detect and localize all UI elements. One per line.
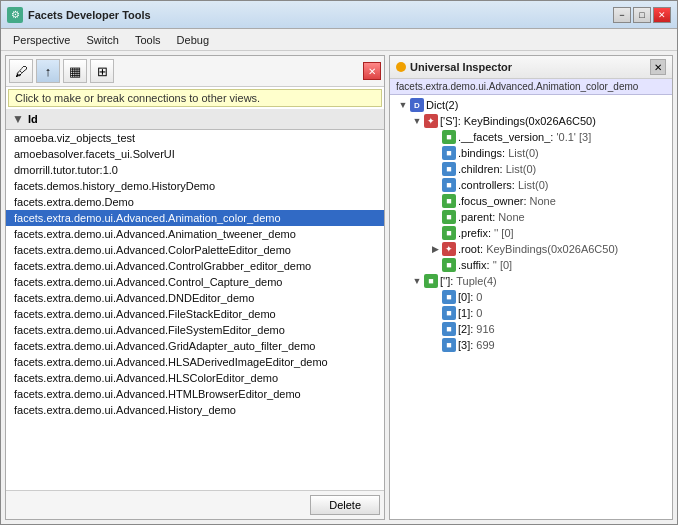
leaf-icon: ■: [442, 226, 456, 240]
tree-node-tuple[interactable]: ▼ ■ ['']: Tuple(4): [392, 273, 670, 289]
list-item[interactable]: amoeba.viz_objects_test: [6, 130, 384, 146]
dict-icon: D: [410, 98, 424, 112]
list-header-label: Id: [28, 113, 38, 125]
leaf-icon: ■: [442, 210, 456, 224]
path-bar: facets.extra.demo.ui.Advanced.Animation_…: [390, 79, 672, 95]
delete-button[interactable]: Delete: [310, 495, 380, 515]
list-item-selected[interactable]: facets.extra.demo.ui.Advanced.Animation_…: [6, 210, 384, 226]
tree-leaf[interactable]: ■ .parent: None: [392, 209, 670, 225]
tooltip-bar: Click to make or break connections to ot…: [8, 89, 382, 107]
right-panel-close[interactable]: ✕: [650, 59, 666, 75]
right-panel-title: Universal Inspector: [410, 61, 512, 73]
left-panel-bottom: Delete: [6, 490, 384, 519]
tree-leaf[interactable]: ■ .bindings: List(0): [392, 145, 670, 161]
list-item[interactable]: facets.extra.demo.ui.Advanced.HLSADerive…: [6, 354, 384, 370]
tree-container[interactable]: ▼ D Dict(2) ▼ ✦ ['S']: KeyBindings(0x026…: [390, 95, 672, 519]
list-item[interactable]: facets.extra.demo.ui.Advanced.FileSystem…: [6, 322, 384, 338]
right-panel-header: Universal Inspector ✕: [390, 56, 672, 79]
tree-leaf-label: .controllers: List(0): [458, 179, 548, 191]
tree-leaf[interactable]: ■ [1]: 0: [392, 305, 670, 321]
leaf-icon: ■: [442, 146, 456, 160]
tree-leaf[interactable]: ■ [2]: 916: [392, 321, 670, 337]
leaf-icon: ■: [442, 306, 456, 320]
list-item[interactable]: facets.extra.demo.ui.Advanced.DNDEditor_…: [6, 290, 384, 306]
menu-tools[interactable]: Tools: [127, 32, 169, 48]
tree-leaf[interactable]: ■ .prefix: '' [0]: [392, 225, 670, 241]
leaf-icon: ■: [442, 130, 456, 144]
tree-root[interactable]: ▼ D Dict(2): [392, 97, 670, 113]
tree-expand-arrow[interactable]: ▼: [410, 116, 424, 126]
minimize-button[interactable]: −: [613, 7, 631, 23]
tree-root-label: Dict(2): [426, 99, 458, 111]
leaf-icon: ■: [442, 194, 456, 208]
tool-crosshatch[interactable]: ⊞: [90, 59, 114, 83]
content-area: 🖊 ↑ ▦ ⊞ ✕ Click to make or break connect…: [1, 51, 677, 524]
panel-status-dot: [396, 62, 406, 72]
menu-perspective[interactable]: Perspective: [5, 32, 78, 48]
app-icon: ⚙: [7, 7, 23, 23]
tree-leaf-label: .__facets_version_: '0.1' [3]: [458, 131, 591, 143]
tree-leaf-label: [2]: 916: [458, 323, 495, 335]
menu-debug[interactable]: Debug: [169, 32, 217, 48]
list-item[interactable]: dmorrill.tutor.tutor:1.0: [6, 162, 384, 178]
tree-node-label: ['S']: KeyBindings(0x026A6C50): [440, 115, 596, 127]
list-item[interactable]: facets.extra.demo.ui.Advanced.HLSColorEd…: [6, 370, 384, 386]
tree-leaf-label: .prefix: '' [0]: [458, 227, 514, 239]
tree-leaf-label: [3]: 699: [458, 339, 495, 351]
list-item[interactable]: facets.extra.demo.ui.Advanced.Control_Ca…: [6, 274, 384, 290]
leaf-icon: ■: [442, 290, 456, 304]
close-button[interactable]: ✕: [653, 7, 671, 23]
tree-node-label: ['']: Tuple(4): [440, 275, 497, 287]
tree-node-label: .root: KeyBindings(0x026A6C50): [458, 243, 618, 255]
tree-expand-arrow[interactable]: ▼: [410, 276, 424, 286]
title-bar-buttons: − □ ✕: [613, 7, 671, 23]
leaf-icon: ■: [442, 322, 456, 336]
tree-expand-arrow[interactable]: ▼: [396, 100, 410, 110]
left-panel-close[interactable]: ✕: [363, 62, 381, 80]
tree-leaf-label: [0]: 0: [458, 291, 482, 303]
tree-leaf-label: .parent: None: [458, 211, 525, 223]
tree-leaf-label: [1]: 0: [458, 307, 482, 319]
left-panel: 🖊 ↑ ▦ ⊞ ✕ Click to make or break connect…: [5, 55, 385, 520]
tree-leaf-label: .bindings: List(0): [458, 147, 539, 159]
right-panel: Universal Inspector ✕ facets.extra.demo.…: [389, 55, 673, 520]
list-item[interactable]: facets.extra.demo.ui.Advanced.Animation_…: [6, 226, 384, 242]
maximize-button[interactable]: □: [633, 7, 651, 23]
tree-leaf-label: .focus_owner: None: [458, 195, 556, 207]
list-item[interactable]: facets.extra.demo.ui.Advanced.FileStackE…: [6, 306, 384, 322]
tool-paint-brush[interactable]: 🖊: [9, 59, 33, 83]
tree-leaf[interactable]: ■ .children: List(0): [392, 161, 670, 177]
tree-leaf[interactable]: ■ .focus_owner: None: [392, 193, 670, 209]
list-item[interactable]: facets.extra.demo.ui.Advanced.HTMLBrowse…: [6, 386, 384, 402]
tree-expand-arrow[interactable]: ▶: [428, 244, 442, 254]
list-item[interactable]: facets.extra.demo.ui.Advanced.ColorPalet…: [6, 242, 384, 258]
tuple-icon: ■: [424, 274, 438, 288]
list-item[interactable]: facets.extra.demo.ui.Advanced.ControlGra…: [6, 258, 384, 274]
items-list[interactable]: amoeba.viz_objects_test amoebasolver.fac…: [6, 130, 384, 490]
list-item[interactable]: amoebasolver.facets_ui.SolverUI: [6, 146, 384, 162]
tool-grid[interactable]: ▦: [63, 59, 87, 83]
leaf-icon: ■: [442, 178, 456, 192]
main-window: ⚙ Facets Developer Tools − □ ✕ Perspecti…: [0, 0, 678, 525]
puzzle-icon: ✦: [424, 114, 438, 128]
menu-bar: Perspective Switch Tools Debug: [1, 29, 677, 51]
tree-leaf[interactable]: ■ .suffix: '' [0]: [392, 257, 670, 273]
left-toolbar: 🖊 ↑ ▦ ⊞ ✕: [6, 56, 384, 87]
puzzle-icon: ✦: [442, 242, 456, 256]
tree-leaf[interactable]: ■ .controllers: List(0): [392, 177, 670, 193]
tree-leaf[interactable]: ■ .__facets_version_: '0.1' [3]: [392, 129, 670, 145]
window-title: Facets Developer Tools: [28, 9, 613, 21]
tree-leaf-label: .children: List(0): [458, 163, 536, 175]
leaf-icon: ■: [442, 162, 456, 176]
tree-leaf[interactable]: ■ [3]: 699: [392, 337, 670, 353]
tree-leaf[interactable]: ■ [0]: 0: [392, 289, 670, 305]
list-item[interactable]: facets.demos.history_demo.HistoryDemo: [6, 178, 384, 194]
list-header: ▼ Id: [6, 109, 384, 130]
list-item[interactable]: facets.extra.demo.ui.Advanced.History_de…: [6, 402, 384, 418]
tool-arrow[interactable]: ↑: [36, 59, 60, 83]
tree-node-s[interactable]: ▼ ✦ ['S']: KeyBindings(0x026A6C50): [392, 113, 670, 129]
list-item[interactable]: facets.extra.demo.Demo: [6, 194, 384, 210]
menu-switch[interactable]: Switch: [78, 32, 126, 48]
tree-node-root[interactable]: ▶ ✦ .root: KeyBindings(0x026A6C50): [392, 241, 670, 257]
list-item[interactable]: facets.extra.demo.ui.Advanced.GridAdapte…: [6, 338, 384, 354]
